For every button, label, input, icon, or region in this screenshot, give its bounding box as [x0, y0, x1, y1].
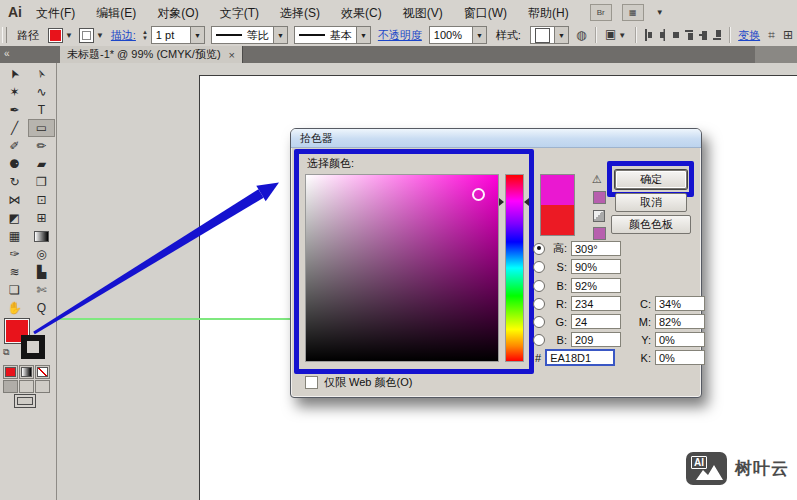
symbol-sprayer-tool[interactable]: ≋ — [1, 263, 28, 281]
style-swatch[interactable] — [535, 28, 550, 43]
dialog-titlebar[interactable]: 拾色器 — [291, 129, 701, 148]
selection-tool[interactable]: ➤ — [1, 65, 28, 83]
pencil-tool[interactable]: ✏ — [28, 137, 55, 155]
shape-builder-tool[interactable]: ◩ — [1, 209, 28, 227]
align-bottom-icon[interactable] — [713, 29, 721, 41]
menu-item-2[interactable]: 对象(O) — [157, 6, 198, 20]
brush-caret-icon[interactable]: ▼ — [356, 27, 370, 43]
rectangle-tool[interactable]: ▭ — [28, 119, 55, 137]
menu-item-0[interactable]: 文件(F) — [36, 6, 75, 20]
screen-mode-button[interactable] — [14, 394, 36, 408]
color-swatches-button[interactable]: 颜色色板 — [611, 215, 691, 234]
align-left-icon[interactable] — [644, 29, 652, 41]
style-combo[interactable]: ▼ — [530, 26, 569, 44]
opacity-caret-icon[interactable]: ▼ — [472, 27, 486, 43]
free-transform-tool[interactable]: ⊡ — [28, 191, 55, 209]
type-tool[interactable]: T — [28, 101, 55, 119]
cmyk-input[interactable]: 82% — [655, 314, 705, 329]
field-input[interactable]: 209 — [571, 332, 621, 347]
isolate-selection-icon[interactable]: ⊞ — [783, 28, 793, 42]
field-radio-0[interactable] — [533, 243, 545, 255]
profile-value[interactable]: 等比 — [247, 28, 269, 43]
field-radio-1[interactable] — [533, 261, 545, 273]
field-radio-3[interactable] — [533, 298, 545, 310]
web-only-checkbox[interactable] — [305, 376, 318, 389]
menu-item-3[interactable]: 文字(T) — [220, 6, 259, 20]
menu-item-4[interactable]: 选择(S) — [280, 6, 320, 20]
slice-tool[interactable]: ✄ — [28, 281, 55, 299]
stroke-color-indicator[interactable] — [21, 335, 45, 359]
eyedropper-tool[interactable]: ✑ — [1, 245, 28, 263]
menu-item-1[interactable]: 编辑(E) — [96, 6, 136, 20]
menu-item-5[interactable]: 效果(C) — [341, 6, 382, 20]
style-caret-icon[interactable]: ▼ — [554, 27, 568, 43]
field-input[interactable]: 90% — [571, 259, 621, 274]
menu-item-6[interactable]: 视图(V) — [403, 6, 443, 20]
pen-tool[interactable]: ✒ — [1, 101, 28, 119]
mesh-tool[interactable]: ▦ — [1, 227, 28, 245]
field-input[interactable]: 309° — [571, 241, 621, 256]
gradient-button[interactable] — [19, 365, 34, 379]
fill-color-swatch[interactable] — [48, 28, 63, 43]
magic-wand-tool[interactable]: ✶ — [1, 83, 28, 101]
menu-item-7[interactable]: 窗口(W) — [464, 6, 507, 20]
hex-input[interactable]: EA18D1 — [545, 349, 615, 366]
menu-item-8[interactable]: 帮助(H) — [528, 6, 569, 20]
stroke-link[interactable]: 描边: — [111, 28, 136, 43]
field-input[interactable]: 92% — [571, 278, 621, 293]
column-graph-tool[interactable]: ▙ — [28, 263, 55, 281]
draw-inside-button[interactable] — [35, 380, 50, 393]
scale-tool[interactable]: ❐ — [28, 173, 55, 191]
arrange-documents-caret-icon[interactable]: ▼ — [656, 8, 664, 17]
blob-brush-tool[interactable]: ⚈ — [1, 155, 28, 173]
default-fill-stroke-icon[interactable]: ⧉ — [3, 347, 9, 358]
cancel-button[interactable]: 取消 — [615, 193, 687, 212]
paintbrush-tool[interactable]: ✐ — [1, 137, 28, 155]
hue-slider-left-arrow-icon[interactable] — [499, 198, 504, 206]
web-suggestion-swatch[interactable] — [593, 227, 606, 240]
direct-selection-tool[interactable]: ➢ — [28, 65, 55, 83]
ok-button[interactable]: 确定 — [615, 170, 687, 189]
brush-definition-combo[interactable]: 基本 ▼ — [294, 26, 371, 44]
stroke-caret-icon[interactable]: ▼ — [96, 31, 104, 40]
align-horizontal-center-icon[interactable] — [658, 29, 666, 41]
field-radio-2[interactable] — [533, 280, 545, 292]
stroke-color-dropdown[interactable]: ▼ — [79, 28, 104, 43]
width-tool[interactable]: ⋈ — [1, 191, 28, 209]
rotate-tool[interactable]: ↻ — [1, 173, 28, 191]
align-top-icon[interactable] — [685, 29, 693, 41]
none-button[interactable] — [35, 365, 50, 379]
stroke-width-value[interactable]: 1 pt — [152, 29, 190, 41]
field-input[interactable]: 24 — [571, 314, 621, 329]
draw-normal-button[interactable] — [3, 380, 18, 393]
fill-caret-icon[interactable]: ▼ — [65, 31, 73, 40]
stroke-width-stepper[interactable]: ▲▼ — [142, 27, 148, 43]
arrange-documents-icon[interactable]: ▦ — [622, 4, 644, 21]
artboard-tool[interactable]: ❏ — [1, 281, 28, 299]
out-of-web-cube-icon[interactable] — [593, 210, 605, 222]
hue-slider-right-arrow-icon[interactable] — [524, 198, 529, 206]
color-field-marker[interactable] — [472, 188, 485, 201]
field-radio-5[interactable] — [533, 334, 545, 346]
zoom-tool[interactable]: Q — [28, 299, 55, 317]
stroke-color-swatch[interactable] — [79, 28, 94, 43]
panel-grip[interactable] — [2, 27, 7, 43]
field-radio-4[interactable] — [533, 316, 545, 328]
cmyk-input[interactable]: 0% — [655, 332, 705, 347]
collapse-panel-chevrons-icon[interactable]: « — [0, 46, 60, 63]
color-button[interactable] — [3, 365, 18, 379]
align-right-icon[interactable] — [671, 29, 679, 41]
gradient-tool[interactable] — [28, 227, 55, 245]
line-segment-tool[interactable]: ╱ — [1, 119, 28, 137]
stroke-width-combo[interactable]: 1 pt ▼ — [151, 26, 205, 44]
stroke-width-caret-icon[interactable]: ▼ — [190, 27, 204, 43]
profile-caret-icon[interactable]: ▼ — [273, 27, 287, 43]
recolor-artwork-icon[interactable]: ◍ — [576, 28, 586, 42]
fill-color-dropdown[interactable]: ▼ — [48, 28, 73, 43]
width-profile-combo[interactable]: 等比 ▼ — [211, 26, 288, 44]
out-of-gamut-warning-icon[interactable]: ⚠ — [592, 173, 602, 186]
brush-value[interactable]: 基本 — [330, 28, 352, 43]
hue-slider[interactable] — [505, 174, 524, 362]
saturation-brightness-field[interactable] — [305, 174, 499, 362]
draw-behind-button[interactable] — [19, 380, 34, 393]
